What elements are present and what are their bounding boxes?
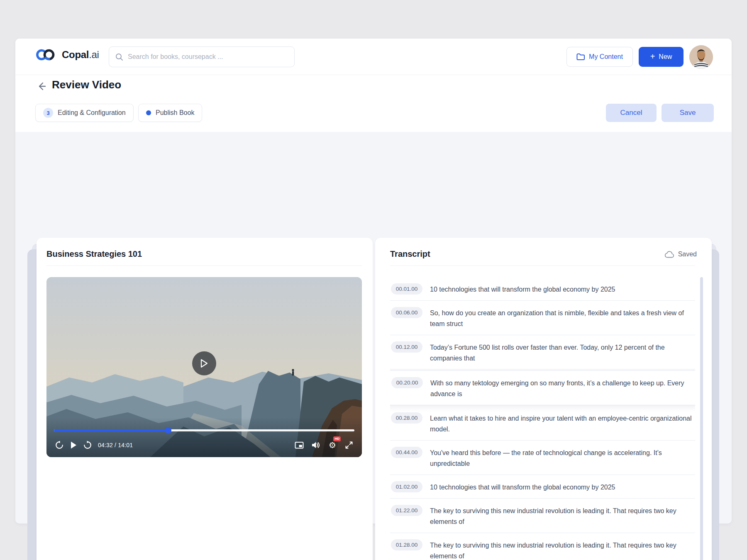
transcript-panel: Transcript Saved 00.01.00 10 technologie… (375, 238, 712, 560)
save-status: Saved (665, 251, 697, 258)
video-player[interactable]: 04:32 / 14:01 (46, 277, 362, 457)
save-status-label: Saved (678, 251, 697, 258)
fullscreen-icon (345, 441, 353, 449)
page-title: Review Video (52, 78, 121, 91)
app-window: Copal.ai My Content + New (15, 39, 732, 523)
transcript-row[interactable]: 00.28.00 Learn what it takes to hire and… (390, 406, 695, 441)
step-label: Editing & Configuration (58, 109, 126, 117)
play-icon (200, 358, 209, 368)
step-number-badge: 3 (43, 108, 53, 118)
content-area: Business Strategies 101 (15, 132, 732, 523)
my-content-button[interactable]: My Content (566, 47, 633, 67)
plus-icon: + (650, 52, 655, 61)
fullscreen-button[interactable] (342, 438, 356, 452)
volume-button[interactable] (309, 438, 323, 452)
play-overlay-button[interactable] (192, 351, 216, 375)
rewind-icon (55, 441, 64, 450)
transcript-row[interactable]: 01.02.00 10 technologies that will trans… (390, 475, 695, 499)
progress-fill (54, 429, 168, 431)
player-controls-overlay: 04:32 / 14:01 (46, 417, 362, 457)
user-avatar[interactable] (689, 45, 713, 69)
avatar-image (689, 45, 713, 69)
gear-icon: ⚙ (329, 441, 336, 449)
player-controls-row: 04:32 / 14:01 (52, 438, 356, 452)
player-right-controls: ⚙ HD (292, 438, 356, 452)
folder-icon (576, 53, 585, 61)
picture-in-picture-button[interactable] (292, 438, 306, 452)
divider (390, 265, 695, 266)
time-display: 04:32 / 14:01 (98, 442, 133, 448)
transcript-scrollbar[interactable] (700, 277, 703, 560)
timestamp-badge[interactable]: 01.02.00 (391, 481, 422, 492)
divider (46, 265, 362, 266)
pip-icon (295, 441, 304, 449)
transcript-text[interactable]: Learn what it takes to hire and inspire … (430, 412, 694, 435)
timestamp-badge[interactable]: 00.28.00 (391, 412, 422, 424)
timestamp-badge[interactable]: 01.22.00 (391, 505, 422, 516)
volume-icon (311, 441, 320, 449)
timestamp-badge[interactable]: 00.01.00 (391, 283, 422, 295)
transcript-row[interactable]: 00.44.00 You've heard this before — the … (390, 441, 695, 475)
brand-name: Copal.ai (62, 49, 99, 61)
timestamp-badge[interactable]: 00.20.00 (391, 377, 423, 388)
transcript-title: Transcript (390, 249, 430, 259)
timestamp-badge[interactable]: 00.44.00 (391, 447, 422, 458)
page-header: Review Video 3 Editing & Configuration P… (15, 75, 732, 132)
copal-logo-icon (36, 48, 57, 62)
transcript-text[interactable]: 10 technologies that will transform the … (430, 481, 615, 493)
step-publish-book[interactable]: Publish Book (138, 104, 202, 122)
transcript-row[interactable]: 00.01.00 10 technologies that will trans… (390, 277, 695, 301)
new-button[interactable]: + New (639, 47, 684, 67)
play-button[interactable] (66, 438, 81, 452)
transcript-text[interactable]: So, how do you create an organization th… (430, 307, 694, 329)
transcript-text[interactable]: You've heard this before — the rate of t… (430, 446, 694, 469)
transcript-row[interactable]: 01.28.00 The key to surviving this new i… (390, 533, 695, 560)
search-icon (115, 53, 124, 61)
step-dot-icon (146, 110, 151, 115)
transcript-text[interactable]: The key to surviving this new industrial… (430, 539, 694, 560)
play-icon (70, 441, 77, 449)
my-content-label: My Content (589, 53, 623, 61)
forward-10-button[interactable] (81, 438, 95, 452)
timestamp-badge[interactable]: 00.12.00 (391, 341, 422, 353)
save-button[interactable]: Save (662, 104, 714, 122)
transcript-text[interactable]: Today’s Fortune 500 list rolls over fast… (430, 341, 694, 364)
transcript-row[interactable]: 01.22.00 The key to surviving this new i… (390, 499, 695, 533)
search-input[interactable] (128, 53, 288, 61)
transcript-text[interactable]: The key to surviving this new industrial… (430, 504, 694, 527)
hd-quality-badge: HD (333, 436, 341, 441)
step-label: Publish Book (156, 109, 194, 117)
transcript-text[interactable]: With so many tektology emerging on so ma… (430, 377, 694, 399)
top-navigation-bar: Copal.ai My Content + New (15, 39, 732, 75)
transcript-rows: 00.01.00 10 technologies that will trans… (390, 277, 695, 560)
cancel-button[interactable]: Cancel (606, 104, 657, 122)
progress-knob[interactable] (165, 427, 171, 433)
progress-bar[interactable] (54, 429, 354, 431)
rewind-10-button[interactable] (52, 438, 66, 452)
video-panel: Business Strategies 101 (37, 238, 373, 560)
timestamp-badge[interactable]: 00.06.00 (391, 307, 422, 318)
video-title: Business Strategies 101 (46, 249, 142, 259)
forward-icon (83, 441, 92, 450)
cloud-icon (665, 251, 674, 258)
transcript-text[interactable]: 10 technologies that will transform the … (430, 283, 615, 295)
transcript-row[interactable]: 00.06.00 So, how do you create an organi… (390, 301, 695, 335)
brand-logo[interactable]: Copal.ai (36, 48, 99, 62)
settings-button[interactable]: ⚙ HD (325, 438, 339, 452)
transcript-row-selected[interactable]: 00.20.00 With so many tektology emerging… (390, 370, 695, 405)
step-editing-configuration[interactable]: 3 Editing & Configuration (35, 104, 134, 122)
transcript-row[interactable]: 00.12.00 Today’s Fortune 500 list rolls … (390, 335, 695, 370)
back-arrow-icon[interactable] (36, 81, 47, 92)
search-bar[interactable] (109, 46, 295, 67)
new-label: New (659, 53, 672, 61)
timestamp-badge[interactable]: 01.28.00 (391, 539, 422, 550)
